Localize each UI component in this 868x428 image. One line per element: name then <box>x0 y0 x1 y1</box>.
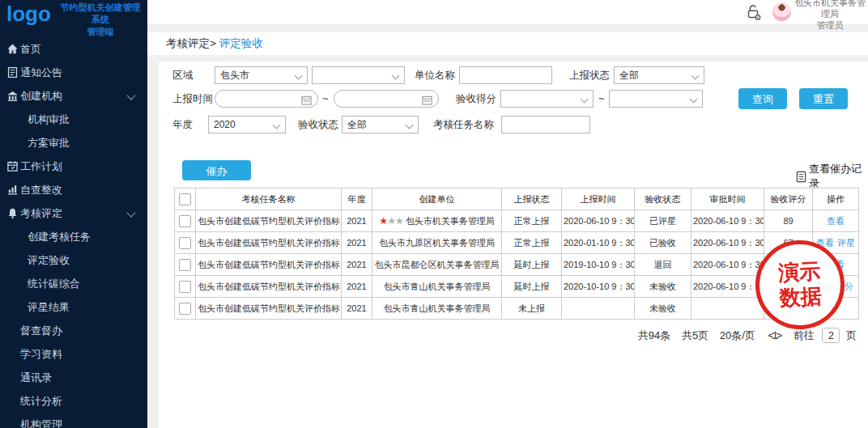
sidebar-item-contacts[interactable]: 通讯录 <box>0 366 147 389</box>
sidebar-item-label: 工作计划 <box>20 160 62 172</box>
score-label: 验收得分 <box>456 90 496 108</box>
table-action-link[interactable]: 评星 <box>837 238 855 248</box>
task-name-input[interactable] <box>501 116 590 133</box>
cell-year: 2021 <box>342 254 372 276</box>
sidebar-item-label: 考核评定 <box>20 207 62 219</box>
sidebar-item-self-check[interactable]: 自查整改 <box>0 178 147 201</box>
next-page-button[interactable]: > <box>777 329 783 341</box>
row-checkbox[interactable] <box>179 303 191 315</box>
cell-report-time: 2019-10-10 9：30 <box>562 254 635 276</box>
total-pages: 共5页 <box>682 329 708 341</box>
per-page: 20条/页 <box>720 329 755 341</box>
cell-approve-time: 2020-06-10 9：30 <box>691 210 764 232</box>
select-all-checkbox[interactable] <box>179 193 191 206</box>
year-label: 年度 <box>172 116 193 133</box>
sidebar-item-work-plan[interactable]: 工作计划 <box>0 155 147 178</box>
column-header: 年度 <box>342 189 372 210</box>
score-to-select[interactable] <box>609 90 703 108</box>
area-label: 区域 <box>172 66 193 84</box>
sidebar-item-label: 自查整改 <box>20 184 62 196</box>
breadcrumb-current[interactable]: 评定验收 <box>219 37 263 49</box>
sidebar-item-org-manage[interactable]: 机构管理 <box>0 413 147 428</box>
sidebar-subitem-create-task[interactable]: 创建考核任务 <box>0 225 147 248</box>
cell-year: 2021 <box>342 210 372 232</box>
user-info[interactable]: 包头市机关事务管理局 管理员 <box>794 0 866 31</box>
year-select-value: 2020 <box>214 119 236 130</box>
sidebar-item-study[interactable]: 学习资料 <box>0 342 147 366</box>
chevron-down-icon <box>273 121 281 129</box>
sidebar-item-create-org[interactable]: 创建机构 <box>0 84 147 108</box>
sidebar-item-stats[interactable]: 统计分析 <box>0 389 147 413</box>
row-checkbox[interactable] <box>179 259 191 271</box>
cell-report-time <box>562 298 635 320</box>
sidebar-item-home[interactable]: 首页 <box>0 37 147 61</box>
report-time-from-input[interactable] <box>215 90 318 108</box>
cell-approve-time: 2020-06-10 9：30 <box>691 232 764 254</box>
user-role: 管理员 <box>794 19 866 31</box>
cell-report-status: 正常上报 <box>502 232 562 254</box>
avatar[interactable] <box>772 2 791 21</box>
cell-report-time: 2020-06-10 9：30 <box>562 210 635 232</box>
goto-page-input[interactable]: 2 <box>822 328 840 343</box>
year-select[interactable]: 2020 <box>208 116 286 133</box>
reset-button[interactable]: 重置 <box>799 88 848 109</box>
prev-page-button[interactable]: < <box>768 329 774 341</box>
sidebar-item-label: 机构管理 <box>20 418 62 428</box>
notice-icon <box>6 66 19 78</box>
score-from-select[interactable] <box>500 90 594 108</box>
cell-report-status: 未上报 <box>502 298 562 320</box>
tilde-separator: ~ <box>322 90 329 108</box>
sidebar-subitem-star-results[interactable]: 评星结果 <box>0 295 147 319</box>
column-header: 审批时间 <box>691 189 764 210</box>
document-icon <box>795 171 807 183</box>
accept-status-label: 验收状态 <box>298 116 338 133</box>
report-time-to-input[interactable] <box>334 90 439 108</box>
sidebar-item-label: 督查督办 <box>20 324 62 337</box>
sidebar-subitem-acceptance[interactable]: 评定验收 <box>0 248 147 272</box>
sidebar-item-supervise[interactable]: 督查督办 <box>0 319 147 342</box>
table-row: 包头市创建低碳节约型机关评价指标2021包头市昆都仑区机关事务管理局延时上报20… <box>175 254 859 276</box>
sidebar-item-assessment[interactable]: 考核评定 <box>0 201 147 225</box>
cell-actions: 查看 <box>813 210 859 232</box>
urge-button[interactable]: 催办 <box>182 160 251 180</box>
sidebar: logo 节约型机关创建管理系统 管理端 首页通知公告创建机构机构审批方案审批工… <box>0 0 147 428</box>
view-urge-records-link[interactable]: 查看催办记录 <box>795 162 868 191</box>
logo-area[interactable]: logo 节约型机关创建管理系统 管理端 <box>0 0 147 36</box>
sidebar-subitem-stats-carbon[interactable]: 统计碳综合 <box>0 272 147 295</box>
cell-report-status: 延时上报 <box>502 254 562 276</box>
sidebar-item-label: 通知公告 <box>20 66 62 78</box>
sidebar-subitem-org-approval[interactable]: 机构审批 <box>0 108 147 131</box>
lock-settings-icon[interactable] <box>743 3 763 21</box>
app-title: 节约型机关创建管理系统 管理端 <box>57 1 144 38</box>
chevron-down-icon <box>691 72 700 80</box>
cell-accept-status: 未验收 <box>635 276 691 298</box>
sidebar-subitem-plan-approval[interactable]: 方案审批 <box>0 131 147 155</box>
total-count: 共94条 <box>638 329 670 341</box>
audit-icon <box>6 184 19 196</box>
report-status-select[interactable]: 全部 <box>614 66 704 84</box>
row-checkbox[interactable] <box>179 215 191 227</box>
cell-task-name: 包头市创建低碳节约型机关评价指标 <box>196 210 342 232</box>
area-sub-select[interactable] <box>312 66 405 84</box>
breadcrumb: 考核评定> 评定验收 <box>147 32 868 55</box>
goto-prefix: 前往 <box>794 329 815 341</box>
unit-name-input[interactable] <box>459 66 552 84</box>
row-checkbox[interactable] <box>179 237 191 249</box>
sidebar-menu: 首页通知公告创建机构机构审批方案审批工作计划自查整改考核评定创建考核任务评定验收… <box>0 37 147 428</box>
table-row: 包头市创建低碳节约型机关评价指标2021包头市青山机关事务管理局未上报未验收 <box>175 298 859 320</box>
accept-status-select[interactable]: 全部 <box>342 116 419 133</box>
cell-approve-time: 2020-06-10 9：30 <box>691 276 764 298</box>
app-window: logo 节约型机关创建管理系统 管理端 首页通知公告创建机构机构审批方案审批工… <box>0 0 868 428</box>
area-select[interactable]: 包头市 <box>215 66 308 84</box>
cell-unit: 包头市青山机关事务管理局 <box>372 276 502 298</box>
chevron-down-icon <box>295 72 303 80</box>
report-status-label: 上报状态 <box>569 66 610 84</box>
sidebar-item-notice[interactable]: 通知公告 <box>0 61 147 84</box>
chevron-down-icon <box>581 95 589 104</box>
report-time-label: 上报时间 <box>172 90 213 108</box>
table-row: 包头市创建低碳节约型机关评价指标2021包头市九原区机关事务管理局正常上报202… <box>175 232 859 254</box>
sidebar-item-label: 首页 <box>20 43 41 55</box>
query-button[interactable]: 查询 <box>738 88 787 109</box>
row-checkbox[interactable] <box>179 281 191 293</box>
table-action-link[interactable]: 查看 <box>827 216 845 226</box>
